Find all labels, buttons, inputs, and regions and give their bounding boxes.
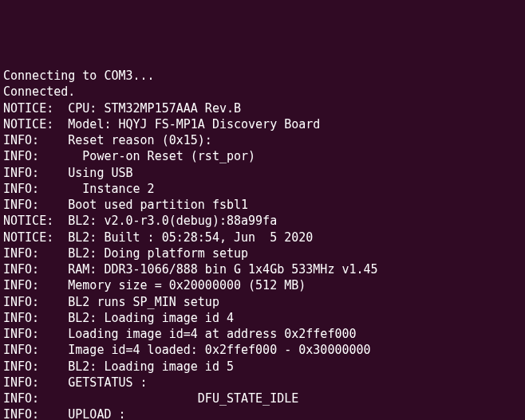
log-line: INFO: Power-on Reset (rst_por) bbox=[3, 148, 522, 164]
log-line: NOTICE: Model: HQYJ FS-MP1A Discovery Bo… bbox=[3, 116, 522, 132]
log-line: INFO: BL2: Loading image id 4 bbox=[3, 310, 522, 326]
log-line: INFO: GETSTATUS : bbox=[3, 375, 522, 391]
log-line: NOTICE: BL2: v2.0-r3.0(debug):88a99fa bbox=[3, 213, 522, 229]
log-line: NOTICE: BL2: Built : 05:28:54, Jun 5 202… bbox=[3, 230, 522, 245]
log-line: INFO: RAM: DDR3-1066/888 bin G 1x4Gb 533… bbox=[3, 261, 522, 277]
log-line: INFO: BL2: Loading image id 5 bbox=[3, 359, 522, 375]
log-line: NOTICE: CPU: STM32MP157AAA Rev.B bbox=[3, 100, 522, 116]
log-line: INFO: Boot used partition fsbl1 bbox=[3, 197, 522, 213]
log-line: INFO: Instance 2 bbox=[3, 181, 522, 197]
log-line: INFO: Memory size = 0x20000000 (512 MB) bbox=[3, 277, 522, 293]
log-line: INFO: BL2 runs SP_MIN setup bbox=[3, 294, 522, 310]
log-line: INFO: Reset reason (0x15): bbox=[3, 132, 522, 148]
log-line: INFO: Loading image id=4 at address 0x2f… bbox=[3, 326, 522, 342]
log-line: INFO: DFU_STATE_IDLE bbox=[3, 391, 522, 406]
log-line: INFO: Using USB bbox=[3, 165, 522, 181]
log-line: Connected. bbox=[3, 84, 522, 100]
log-line: Connecting to COM3... bbox=[3, 68, 522, 84]
terminal-output: Connecting to COM3...Connected.NOTICE: C… bbox=[3, 68, 522, 420]
log-line: INFO: BL2: Doing platform setup bbox=[3, 245, 522, 261]
log-line: INFO: Image id=4 loaded: 0x2ffef000 - 0x… bbox=[3, 342, 522, 358]
log-line: INFO: UPLOAD : bbox=[3, 406, 522, 420]
